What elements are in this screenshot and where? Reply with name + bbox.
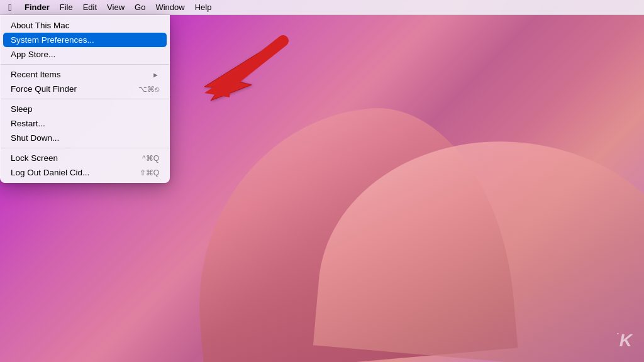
menu-item-about-mac-label: About This Mac	[11, 21, 70, 30]
menu-separator-3	[1, 148, 169, 148]
menu-item-restart-label: Restart...	[11, 119, 45, 128]
menu-separator-2	[1, 99, 169, 99]
menu-item-log-out-label: Log Out Daniel Cid...	[11, 168, 89, 177]
menubar-items: Finder File Edit View Go Window Help	[20, 1, 216, 13]
menu-item-app-store-label: App Store...	[11, 50, 55, 59]
menu-item-restart[interactable]: Restart...	[1, 116, 169, 131]
menu-item-sleep[interactable]: Sleep	[1, 102, 169, 116]
watermark-dot: •	[617, 331, 618, 336]
apple-icon: 	[8, 3, 11, 12]
apple-dropdown-menu: About This Mac System Preferences... App…	[0, 15, 170, 183]
menubar-item-go[interactable]: Go	[130, 1, 150, 13]
lock-screen-shortcut: ^⌘Q	[142, 154, 159, 163]
menubar-item-file[interactable]: File	[55, 1, 77, 13]
menu-item-sleep-label: Sleep	[11, 104, 33, 114]
menu-separator-1	[1, 64, 169, 65]
menu-item-about-mac[interactable]: About This Mac	[1, 18, 169, 33]
menubar-item-view[interactable]: View	[103, 1, 129, 13]
menubar:  Finder File Edit View Go Window Help	[0, 0, 644, 15]
menu-item-system-preferences[interactable]: System Preferences...	[3, 33, 167, 47]
menu-item-recent-items[interactable]: Recent Items ►	[1, 67, 169, 82]
menu-item-force-quit-label: Force Quit Finder	[11, 84, 77, 94]
force-quit-shortcut: ⌥⌘⎋	[138, 85, 159, 94]
log-out-shortcut: ⇧⌘Q	[140, 168, 159, 177]
watermark-letter: K	[619, 331, 631, 350]
menubar-item-help[interactable]: Help	[191, 1, 216, 13]
apple-menu-button[interactable]: 	[5, 3, 15, 13]
menu-item-lock-screen-label: Lock Screen	[11, 153, 58, 163]
menu-item-log-out[interactable]: Log Out Daniel Cid... ⇧⌘Q	[1, 165, 169, 180]
menubar-item-finder[interactable]: Finder	[20, 1, 54, 13]
menu-item-system-preferences-label: System Preferences...	[11, 35, 94, 45]
menu-item-recent-items-label: Recent Items	[11, 70, 61, 79]
submenu-arrow-icon: ►	[152, 71, 159, 79]
menu-item-lock-screen[interactable]: Lock Screen ^⌘Q	[1, 151, 169, 165]
watermark: •K	[617, 331, 631, 351]
menubar-item-window[interactable]: Window	[151, 1, 189, 13]
menu-item-shut-down[interactable]: Shut Down...	[1, 131, 169, 145]
menu-item-app-store[interactable]: App Store...	[1, 47, 169, 62]
menu-item-shut-down-label: Shut Down...	[11, 133, 59, 143]
menubar-item-edit[interactable]: Edit	[79, 1, 101, 13]
menu-item-force-quit[interactable]: Force Quit Finder ⌥⌘⎋	[1, 82, 169, 96]
